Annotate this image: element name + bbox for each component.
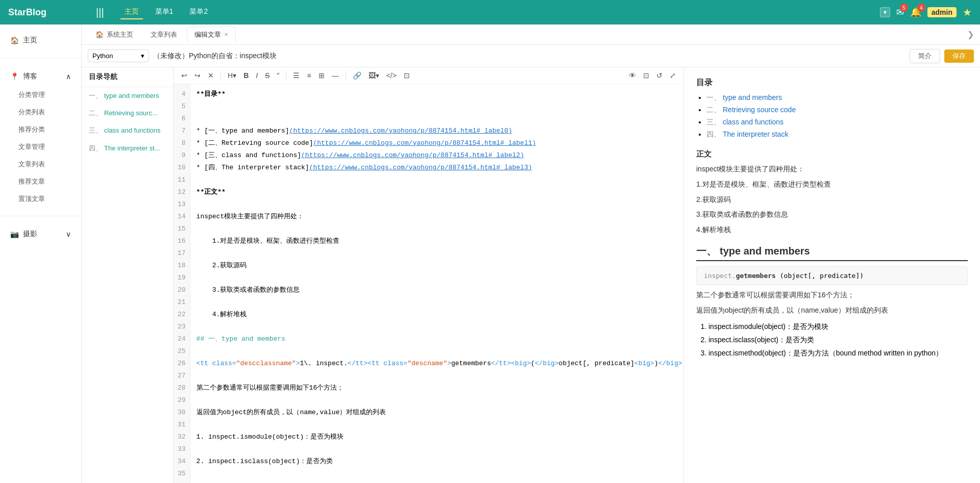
quote-btn[interactable]: " [274, 70, 282, 81]
sidebar-item-top[interactable]: 置顶文章 [0, 190, 81, 208]
sidebar-blog-label: 博客 [23, 72, 37, 81]
side-by-side-btn[interactable]: ⊡ [641, 70, 652, 81]
sidebar: 🏠 主页 📍 博客 ∧ 分类管理 分类列表 推荐分类 文章管理 文章列表 推荐文… [0, 24, 82, 483]
ol-btn[interactable]: ≡ [304, 70, 313, 81]
ln-19: 19 [178, 272, 186, 284]
location-icon: 📍 [10, 72, 19, 81]
toc-link-0[interactable]: type and members [723, 93, 782, 101]
code-line-16: 1.对是否是模块、框架、函数进行类型检查 [197, 235, 677, 247]
editor-panel: 目录导航 一、type and members 二、Retrieving sou… [82, 67, 980, 483]
sidebar-photo-label: 摄影 [23, 230, 37, 239]
toc-item-2[interactable]: 三、class and functions [82, 122, 173, 139]
sidebar-item-artlist[interactable]: 文章列表 [0, 156, 81, 173]
save-button[interactable]: 保存 [944, 49, 974, 63]
code-line-12: **正文** [197, 186, 677, 198]
preview-toggle-btn[interactable]: 👁 [626, 70, 639, 81]
table-btn[interactable]: ⊞ [316, 70, 327, 81]
ln-18: 18 [178, 260, 186, 272]
sidebar-item-catmgr[interactable]: 分类管理 [0, 86, 81, 104]
logo: StarBlog [8, 7, 80, 18]
tab-article-list-label: 文章列表 [151, 30, 177, 39]
italic-btn[interactable]: I [253, 70, 260, 81]
avatar[interactable]: admin [927, 7, 957, 17]
ln-11: 11 [178, 174, 186, 186]
sidebar-item-reccat[interactable]: 推荐分类 [0, 121, 81, 138]
ln-17: 17 [178, 247, 186, 260]
tab-home[interactable]: 🏠 系统主页 [88, 27, 141, 43]
sidebar-group-blog[interactable]: 📍 博客 ∧ [0, 67, 81, 86]
code-line-21 [197, 296, 677, 309]
article-title-input[interactable] [153, 52, 905, 60]
toolbar-right: 👁 ⊡ ↺ ⤢ [626, 70, 678, 81]
ln-28: 28 [178, 382, 186, 394]
bold-btn[interactable]: B [241, 70, 251, 81]
ln-27: 27 [178, 370, 186, 382]
undo-btn[interactable]: ↩ [179, 70, 190, 81]
preview-panel: 目录 一、type and members 二、Retrieving sourc… [684, 67, 980, 483]
redo-btn[interactable]: ↪ [192, 70, 203, 81]
tab-expand-icon[interactable]: ❯ [967, 30, 974, 39]
preview-list-item-1: inspect.isclass(object)：是否为类 [708, 334, 968, 345]
preview-body-item-1: 2.获取源码 [696, 194, 968, 206]
toc-item-1[interactable]: 二、Retrieving sourc... [82, 105, 173, 122]
tab-close-icon[interactable]: ✕ [224, 32, 228, 37]
blog-toggle[interactable]: ∧ [66, 72, 71, 81]
toc-num-3: 四、 [89, 144, 102, 152]
toc-text-0: type and members [104, 92, 159, 99]
strikethrough-btn[interactable]: S [262, 70, 272, 81]
code-line-13 [197, 198, 677, 211]
preview-body-item-3: 4.解析堆栈 [696, 224, 968, 236]
star-icon[interactable]: ★ [963, 6, 972, 18]
link-btn[interactable]: 🔗 [350, 70, 364, 81]
notification-icon[interactable]: 🔔 4 [910, 7, 921, 18]
refresh-btn[interactable]: ↺ [654, 70, 665, 81]
line-numbers: 4 5 6 7 8 9 10 11 12 13 14 15 16 [174, 84, 190, 483]
toc-item-0[interactable]: 一、type and members [82, 87, 173, 105]
main-content: 🏠 系统主页 文章列表 编辑文章 ✕ ❯ Python ▾ 简介 [82, 24, 980, 483]
code-content: 4 5 6 7 8 9 10 11 12 13 14 15 16 [174, 84, 683, 483]
code-text[interactable]: **目录** * [一、type and members](https://ww… [190, 84, 683, 483]
hr-btn[interactable]: — [329, 70, 341, 81]
tab-article-list[interactable]: 文章列表 [143, 27, 185, 43]
topnav-right: ▾ ✉ 5 🔔 4 admin ★ [880, 6, 972, 18]
sep2 [286, 71, 286, 80]
topnav-menu: 主页 菜单1 菜单2 [120, 5, 868, 19]
photo-toggle[interactable]: ∨ [66, 230, 71, 238]
intro-button[interactable]: 简介 [910, 49, 940, 63]
topnav-item-home[interactable]: 主页 [120, 5, 143, 19]
sidebar-item-home[interactable]: 🏠 主页 [0, 31, 81, 50]
sidebar-group-photo[interactable]: 📷 摄影 ∨ [0, 224, 81, 244]
toc-link-3[interactable]: The interpreter stack [723, 130, 788, 138]
sidebar-item-recart[interactable]: 推荐文章 [0, 173, 81, 190]
toc-link-2[interactable]: class and functions [723, 118, 783, 126]
sidebar-item-catlist[interactable]: 分类列表 [0, 104, 81, 121]
topnav-item-menu1[interactable]: 菜单1 [151, 5, 178, 19]
code-line-22: 4.解析堆栈 [197, 309, 677, 321]
code-line-19 [197, 272, 677, 284]
code-btn[interactable]: </> [384, 70, 399, 81]
ul-btn[interactable]: ☰ [290, 70, 302, 81]
category-chevron: ▾ [141, 52, 144, 60]
toc-item-3[interactable]: 四、The interpreter st... [82, 140, 173, 157]
more-btn[interactable]: ⊡ [401, 70, 412, 81]
preview-after-code: 第二个参数通常可以根据需要调用如下16个方法； [696, 289, 968, 301]
message-icon[interactable]: ✉ 5 [896, 7, 904, 18]
clear-btn[interactable]: ✕ [205, 70, 216, 81]
menu-toggle-icon[interactable]: ||| [92, 5, 108, 20]
toc-num-0: 一、 [89, 92, 102, 99]
tab-edit-article[interactable]: 编辑文章 ✕ [187, 27, 236, 43]
topnav-dropdown-btn[interactable]: ▾ [880, 7, 890, 17]
photo-icon: 📷 [10, 230, 19, 238]
toc-link-1[interactable]: Retrieving source code [723, 106, 796, 114]
topnav-item-menu2[interactable]: 菜单2 [185, 5, 212, 19]
code-line-31 [197, 419, 677, 431]
preview-toc-item-1: 二、Retrieving source code [706, 106, 968, 115]
ln-5: 5 [178, 100, 186, 113]
image-btn[interactable]: 🖼▾ [366, 70, 382, 81]
code-line-24: ## 一、type and members [197, 333, 677, 345]
sidebar-item-artmgr[interactable]: 文章管理 [0, 138, 81, 156]
titlebar: Python ▾ 简介 保存 [82, 45, 980, 67]
heading-btn[interactable]: H▾ [225, 70, 239, 81]
category-select[interactable]: Python ▾ [88, 49, 149, 62]
fullscreen-btn[interactable]: ⤢ [667, 70, 678, 81]
